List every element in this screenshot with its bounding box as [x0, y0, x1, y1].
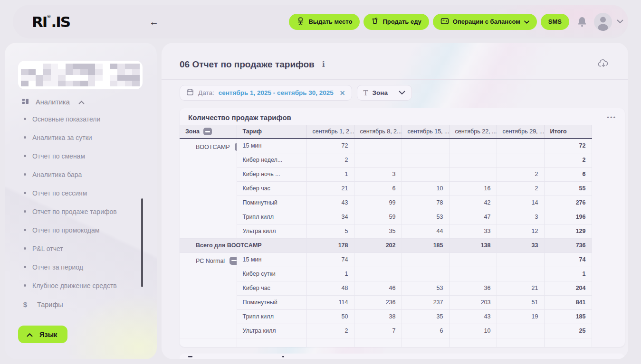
value-cell: [402, 139, 449, 153]
group-total-row: Всего для BOOTCAMP17820218513833736: [180, 238, 592, 252]
info-icon[interactable]: i: [322, 60, 325, 69]
date-filter-label: Дата:: [198, 89, 214, 96]
value-cell: 2: [497, 167, 544, 181]
value-cell: [497, 153, 544, 167]
sidebar-item[interactable]: Отчет по продаже тарифов: [22, 202, 136, 221]
tariff-cell: Кибер сутки: [237, 267, 306, 281]
issue-seat-button[interactable]: Выдать место: [289, 14, 360, 30]
value-cell: [449, 267, 497, 281]
chevron-down-icon: [399, 89, 405, 96]
value-cell: 25: [544, 324, 592, 338]
value-cell: [402, 153, 449, 167]
zone-label: PC Normal: [196, 258, 225, 264]
sidebar-item[interactable]: Аналитика бара: [22, 165, 136, 184]
bullet-icon: [24, 284, 26, 287]
value-cell: 72: [306, 139, 354, 153]
value-cell: 203: [449, 295, 497, 309]
column-header: Итого: [544, 125, 592, 139]
sidebar-item[interactable]: Основные показатели: [22, 110, 136, 128]
tariff-sales-table: ЗонаТарифсентябрь 1, 2...сентябрь 8, 2..…: [180, 125, 592, 347]
value-cell: 14: [497, 196, 544, 210]
value-cell: [402, 252, 449, 267]
collapse-minus-button[interactable]: [235, 143, 237, 151]
value-cell: 35: [402, 309, 449, 324]
sidebar-item[interactable]: Клубное движение средств: [22, 276, 136, 295]
value-cell: [402, 167, 449, 181]
user-menu-chevron-icon[interactable]: [617, 19, 623, 24]
table-row: Кибер ночь ...1326: [180, 167, 592, 181]
table-row: Кибер час2161016255: [180, 181, 592, 196]
sidebar-scrollbar[interactable]: [141, 198, 143, 287]
filter-bar: Дата: сентябрь 1, 2025 - сентябрь 30, 20…: [180, 85, 412, 101]
chevron-down-icon: [524, 18, 529, 25]
value-cell: 6: [544, 167, 592, 181]
sidebar-item-label: Отчет за период: [32, 263, 83, 271]
bullet-icon: [24, 192, 26, 194]
column-header: сентябрь 8, 2...: [354, 125, 402, 139]
drink-icon: [371, 17, 379, 26]
value-cell: 16: [449, 181, 497, 196]
sidebar-item-label: Аналитика бара: [32, 171, 82, 178]
sidebar-item-label: Отчет по продаже тарифов: [32, 208, 117, 215]
value-cell: [402, 267, 449, 281]
table-row: Трипл килл5038354319185: [180, 309, 592, 324]
card-menu-icon[interactable]: •••: [607, 116, 616, 120]
sidebar-item[interactable]: Отчет по промокодам: [22, 221, 136, 239]
group-total-value: 178: [306, 238, 354, 252]
dollar-icon: $: [22, 300, 29, 308]
sidebar-item[interactable]: Отчет по сменам: [22, 147, 136, 165]
wallet-icon: [440, 17, 449, 26]
clear-date-filter-icon[interactable]: ✕: [340, 89, 345, 97]
value-cell: [449, 139, 497, 153]
value-cell: 129: [544, 224, 592, 238]
sidebar-item[interactable]: Отчет за период: [22, 258, 136, 276]
tariff-cell: Поминутный: [237, 295, 306, 309]
tariff-cell: 15 мин: [237, 252, 306, 267]
column-header: сентябрь 29, ...: [497, 125, 544, 139]
tariff-cell: 15 мин: [237, 139, 306, 153]
sms-button[interactable]: SMS: [541, 14, 569, 30]
sidebar-item[interactable]: Аналитика за сутки: [22, 128, 136, 147]
value-cell: 114: [306, 295, 354, 309]
table-row: Ультра килл2761025: [180, 324, 592, 338]
collapse-minus-button[interactable]: [203, 128, 212, 135]
back-button[interactable]: ←: [147, 15, 161, 28]
topbar: RI®.IS ← Выдать место Продать еду: [13, 5, 628, 38]
value-cell: 53: [402, 281, 449, 295]
bullet-icon: [24, 247, 26, 250]
tariff-cell: Кибер час: [237, 281, 306, 295]
value-cell: 72: [544, 139, 592, 153]
balance-operations-button[interactable]: Операции с балансом: [433, 14, 537, 30]
sidebar-item-label: Клубное движение средств: [32, 282, 117, 289]
zone-filter-dropdown[interactable]: T Зона: [357, 85, 412, 101]
value-cell: 43: [306, 196, 354, 210]
clipped-text-fragment: [282, 356, 284, 357]
sidebar-item[interactable]: P&L отчет: [22, 239, 136, 258]
value-cell: [449, 153, 497, 167]
sidebar-item-label: Аналитика за сутки: [32, 134, 92, 141]
value-cell: 185: [544, 309, 592, 324]
sidebar-item-label: Отчет по промокодам: [32, 226, 99, 234]
notifications-bell-icon[interactable]: [577, 16, 587, 28]
date-filter-pill[interactable]: Дата: сентябрь 1, 2025 - сентябрь 30, 20…: [180, 85, 352, 101]
value-cell: 204: [544, 281, 592, 295]
value-cell: 10: [449, 324, 497, 338]
table-row: Трипл килл345953473196: [180, 210, 592, 224]
cloud-download-icon[interactable]: [598, 59, 609, 70]
value-cell: 59: [354, 210, 402, 224]
sidebar-section-analytics[interactable]: Аналитика: [22, 98, 85, 106]
value-cell: [449, 167, 497, 181]
sell-food-button[interactable]: Продать еду: [364, 14, 429, 30]
table-row: Поминутный11423623720351841: [180, 295, 592, 309]
table-row: Ультра килл535443312129: [180, 224, 592, 238]
sidebar-item[interactable]: Отчет по сессиям: [22, 184, 136, 202]
sidebar-section-tariffs[interactable]: $ Тарифы: [22, 300, 63, 308]
language-button[interactable]: Язык: [18, 326, 67, 343]
value-cell: 43: [449, 309, 497, 324]
tariff-cell: Ультра килл: [237, 324, 306, 338]
value-cell: 46: [354, 281, 402, 295]
bullet-icon: [24, 266, 26, 268]
collapse-minus-button[interactable]: [230, 257, 237, 265]
value-cell: 10: [402, 181, 449, 196]
user-avatar[interactable]: [594, 13, 612, 31]
